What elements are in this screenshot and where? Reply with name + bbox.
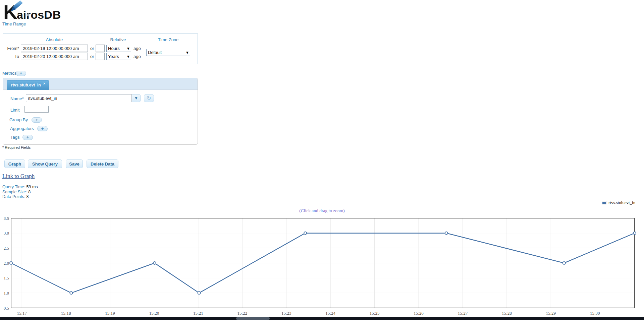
add-metric-button[interactable]: + (16, 71, 26, 76)
y-axis-tick-label: 0.5 (4, 306, 9, 311)
x-axis-tick-label: 15:19 (105, 311, 115, 316)
chevron-down-icon: ▼ (135, 97, 138, 100)
metric-name-input[interactable] (26, 94, 132, 102)
metric-panel: rtvs.stub.evt_in × Name* ▼ ↻ Limit Group… (3, 78, 198, 145)
to-ago-label: ago (133, 54, 141, 59)
select-arrow-icon: ▼ (186, 51, 189, 54)
plus-icon: + (26, 135, 29, 139)
add-aggregator-button[interactable]: + (37, 126, 48, 131)
metric-name-refresh-button[interactable]: ↻ (144, 94, 154, 102)
x-axis-tick-label: 15:27 (458, 311, 468, 316)
timezone-value: Default (148, 50, 162, 55)
y-axis-tick-label: 3.5 (4, 216, 9, 221)
query-stats: Query Time: 59 ms Sample Size: 8 Data Po… (2, 185, 38, 199)
query-time-value: 59 ms (26, 185, 38, 189)
y-axis-tick-label: 2.5 (4, 246, 9, 251)
x-axis-tick-label: 15:25 (370, 311, 380, 316)
limit-label: Limit (10, 108, 19, 113)
horizontal-scrollbar-thumb[interactable] (236, 317, 270, 320)
chart-legend: rtvs.stub.evt_in (602, 200, 635, 205)
y-axis-tick-label: 3.0 (4, 231, 9, 236)
metric-tab[interactable]: rtvs.stub.evt_in × (7, 80, 49, 90)
add-group-by-button[interactable]: + (32, 117, 42, 123)
time-range-section-label: Time Range (2, 21, 26, 26)
from-or-label: or (90, 46, 94, 51)
save-button[interactable]: Save (66, 159, 83, 168)
x-axis-tick-label: 15:30 (590, 311, 600, 316)
delete-data-button[interactable]: Delete Data (87, 159, 118, 168)
query-time-row: Query Time: 59 ms (2, 185, 38, 190)
x-axis-tick-label: 15:26 (414, 311, 424, 316)
to-relative-unit-value: Years (108, 54, 119, 59)
legend-swatch (602, 201, 606, 204)
absolute-column-header: Absolute (21, 37, 88, 42)
x-axis-tick-label: 15:28 (502, 311, 512, 316)
from-relative-value-input[interactable] (96, 45, 105, 52)
to-absolute-input[interactable] (21, 53, 88, 60)
from-absolute-input[interactable] (21, 45, 88, 52)
from-relative-unit-value: Hours (108, 46, 120, 51)
x-axis-tick-label: 15:23 (281, 311, 291, 316)
refresh-icon: ↻ (147, 95, 151, 101)
plus-icon: + (36, 118, 38, 122)
y-axis-tick-label: 1.0 (4, 291, 9, 296)
plus-icon: + (20, 71, 22, 75)
to-relative-unit-select[interactable]: Years ▼ (106, 53, 131, 60)
graph-button[interactable]: Graph (4, 159, 25, 168)
x-axis-tick-label: 15:24 (325, 311, 335, 316)
x-axis-tick-label: 15:18 (61, 311, 71, 316)
metric-tab-title: rtvs.stub.evt_in (11, 83, 41, 87)
group-by-label: Group By (9, 117, 28, 122)
metric-name-dropdown-button[interactable]: ▼ (132, 94, 141, 102)
data-points-value: 8 (26, 194, 29, 199)
select-arrow-icon: ▼ (127, 55, 129, 58)
data-points-row: Data Points: 8 (2, 194, 38, 199)
link-to-graph[interactable]: Link to Graph (2, 173, 35, 180)
from-label: From* (4, 46, 19, 51)
tags-label: Tags (10, 135, 19, 140)
x-axis-tick-label: 15:20 (149, 311, 159, 316)
add-tag-button[interactable]: + (22, 135, 33, 140)
horizontal-scrollbar-track[interactable] (0, 317, 644, 320)
from-relative-unit-select[interactable]: Hours ▼ (106, 45, 131, 52)
timezone-column-header: Time Zone (146, 37, 190, 42)
sample-size-label: Sample Size: (2, 190, 27, 194)
timezone-select[interactable]: Default ▼ (146, 49, 190, 56)
to-or-label: or (90, 54, 94, 59)
metric-name-label: Name* (10, 96, 24, 101)
logo-arrow-icon (10, 0, 23, 13)
query-time-label: Query Time: (2, 185, 25, 189)
close-icon[interactable]: × (43, 81, 45, 85)
required-fields-note: * Required Fields (2, 145, 31, 149)
to-label: To (4, 54, 19, 59)
sample-size-row: Sample Size: 8 (2, 190, 38, 195)
x-axis-tick-label: 15:21 (193, 311, 203, 316)
metrics-section-label: Metrics (2, 71, 16, 76)
aggregators-label: Aggregators (10, 126, 34, 131)
y-axis-tick-label: 2.0 (4, 261, 9, 266)
y-axis-tick-label: 1.5 (4, 275, 9, 280)
plus-icon: + (41, 127, 44, 131)
show-query-button[interactable]: Show Query (28, 159, 62, 168)
time-range-box: Absolute Relative Time Zone From* or Hou… (3, 34, 198, 64)
x-axis-tick-label: 15:22 (237, 311, 248, 316)
data-points-label: Data Points: (2, 194, 25, 199)
legend-series-label: rtvs.stub.evt_in (608, 200, 635, 205)
from-ago-label: ago (133, 46, 141, 51)
limit-input[interactable] (24, 106, 49, 113)
to-relative-value-input[interactable] (96, 53, 105, 60)
relative-column-header: Relative (96, 37, 140, 42)
sample-size-value: 8 (28, 190, 31, 194)
logo-text-db: DB (44, 8, 61, 21)
x-axis-tick-label: 15:17 (17, 311, 27, 316)
chart-plot-area[interactable] (11, 218, 635, 308)
x-axis-tick-label: 15:29 (546, 311, 556, 316)
select-arrow-icon: ▼ (127, 47, 129, 50)
chart-title: (Click and drag to zoom) (0, 208, 644, 213)
